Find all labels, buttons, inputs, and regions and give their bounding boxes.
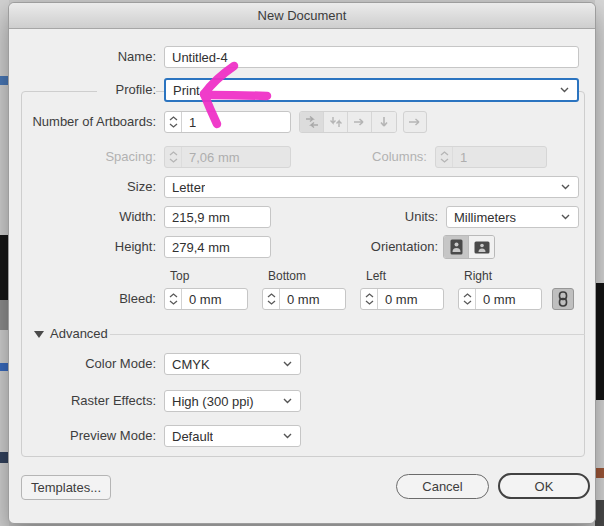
raster-effects-dropdown[interactable]: High (300 ppi) [164,390,301,412]
ok-button[interactable]: OK [498,473,590,499]
portrait-orientation-button[interactable] [444,236,469,258]
spacing-value: 7,06 mm [182,150,240,165]
profile-row: Profile: Print [9,79,595,101]
columns-label: Columns: [340,146,427,168]
name-label: Name: [9,46,156,68]
artboards-row: Number of Artboards: 1 [9,111,595,133]
stepper-up-icon [463,293,472,298]
columns-value: 1 [453,150,467,165]
stepper-down-icon [440,158,449,163]
dropdown-chevron-icon [561,184,570,190]
stepper-icons[interactable] [459,289,476,309]
dialog-titlebar[interactable]: New Document [9,3,595,29]
stepper-down-icon [267,300,276,305]
name-row: Name: Untitled-4 [9,46,595,68]
name-value: Untitled-4 [165,50,228,65]
spacing-stepper-field: 7,06 mm [164,146,291,168]
stepper-down-icon [169,300,178,305]
artboards-stepper-field[interactable]: 1 [164,111,291,133]
background-app-sliver-right [595,0,604,526]
stepper-up-icon [365,293,374,298]
link-chain-icon [558,291,568,307]
advanced-divider [110,334,585,335]
artboards-label: Number of Artboards: [9,111,156,133]
bleed-bottom-label: Bottom [268,269,306,283]
screenshot: { "window": { "title": "New Document" },… [0,0,604,526]
width-label: Width: [9,206,156,228]
units-dropdown[interactable]: Millimeters [446,206,579,228]
stepper-icons [436,147,453,167]
stepper-down-icon [463,300,472,305]
color-mode-row: Color Mode: CMYK [9,353,595,375]
size-value: Letter [165,180,205,195]
spacing-label: Spacing: [9,146,156,168]
bleed-right-field[interactable]: 0 mm [458,288,542,310]
width-input[interactable]: 215,9 mm [164,206,271,228]
bleed-labels-row: Top Bottom Left Right [9,269,595,283]
height-row: Height: 279,4 mm Orientation: [9,236,595,258]
width-value: 215,9 mm [165,210,230,225]
arrange-by-row-icon[interactable] [348,112,372,132]
arrange-by-column-icon[interactable] [372,112,396,132]
cancel-button[interactable]: Cancel [396,474,489,499]
bleed-top-field[interactable]: 0 mm [164,288,248,310]
background-patch [595,468,604,478]
bleed-right-value: 0 mm [476,292,516,307]
stepper-up-icon [169,293,178,298]
color-mode-value: CMYK [165,357,210,372]
bleed-right-label: Right [464,269,492,283]
dropdown-chevron-icon [561,214,570,220]
raster-effects-value: High (300 ppi) [165,394,254,409]
bleed-left-field[interactable]: 0 mm [360,288,444,310]
dropdown-chevron-icon [283,398,292,404]
stepper-icons[interactable] [361,289,378,309]
profile-dropdown[interactable]: Print [164,78,579,102]
stepper-down-icon [365,300,374,305]
dropdown-chevron-icon [560,87,569,93]
bleed-left-value: 0 mm [378,292,418,307]
stepper-up-icon [169,116,178,121]
color-mode-dropdown[interactable]: CMYK [164,353,301,375]
height-value: 279,4 mm [165,240,230,255]
dropdown-chevron-icon [283,433,292,439]
stepper-down-icon [169,123,178,128]
height-input[interactable]: 279,4 mm [164,236,271,258]
advanced-label: Advanced [50,323,108,345]
size-dropdown[interactable]: Letter [164,176,579,198]
background-patch [595,500,604,526]
size-row: Size: Letter [9,176,595,198]
stepper-down-icon [169,158,178,163]
grid-by-column-icon[interactable] [324,112,348,132]
preview-mode-row: Preview Mode: Default [9,425,595,447]
templates-button[interactable]: Templates... [21,475,111,500]
height-label: Height: [9,236,156,258]
stepper-up-icon [169,151,178,156]
stepper-icons[interactable] [165,289,182,309]
preview-mode-label: Preview Mode: [9,425,156,447]
grid-by-row-icon[interactable] [300,112,324,132]
preview-mode-dropdown[interactable]: Default [164,425,301,447]
bleed-link-values-button[interactable] [552,288,574,310]
background-patch [595,283,604,400]
name-input[interactable]: Untitled-4 [164,46,579,68]
bleed-bottom-value: 0 mm [280,292,320,307]
dialog-title: New Document [258,8,347,23]
advanced-disclosure-icon[interactable] [34,331,44,338]
bleed-bottom-field[interactable]: 0 mm [262,288,346,310]
artboard-arrangement-group [299,111,397,133]
landscape-orientation-button[interactable] [469,236,494,258]
advanced-section-header[interactable]: Advanced [9,323,595,345]
bleed-label: Bleed: [9,288,156,310]
stepper-icons[interactable] [165,112,182,132]
rtl-layout-button[interactable] [403,111,427,133]
profile-label: Profile: [97,79,156,101]
bleed-row: Bleed: 0 mm 0 mm 0 [9,288,595,310]
orientation-label: Orientation: [338,236,438,258]
units-value: Millimeters [447,210,516,225]
new-document-dialog: New Document Name: Untitled-4 Profile: P… [8,2,596,524]
stepper-icons[interactable] [263,289,280,309]
size-label: Size: [9,176,156,198]
raster-effects-label: Raster Effects: [9,390,156,412]
spacing-row: Spacing: 7,06 mm Columns: 1 [9,146,595,168]
units-label: Units: [338,206,438,228]
